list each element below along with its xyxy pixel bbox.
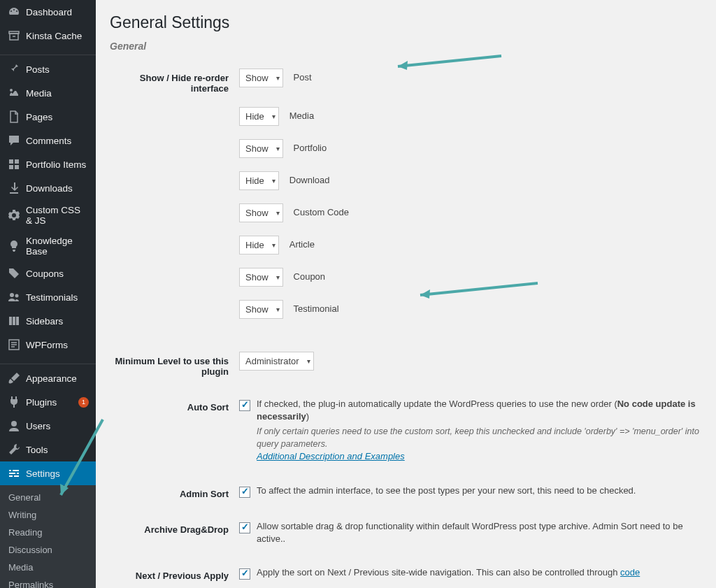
- grid-icon: [7, 157, 21, 171]
- sidebar-item-label: WPForms: [26, 340, 89, 350]
- submenu-item-label: Reading: [8, 527, 42, 538]
- sidebar-item-testimonials[interactable]: Testimonials: [0, 285, 96, 309]
- sidebar-item-label: Plugins: [26, 397, 75, 408]
- sidebar-item-coupons[interactable]: Coupons: [0, 261, 96, 285]
- comment-icon: [7, 134, 21, 148]
- svg-rect-4: [9, 165, 13, 169]
- admin-sidebar: DashboardKinsta CachePostsMediaPagesComm…: [0, 0, 96, 588]
- tag-icon: [7, 266, 21, 280]
- auto-sort-row: Auto SortIf checked, the plug-in automat…: [110, 398, 702, 464]
- sidebar-item-tools[interactable]: Tools: [0, 438, 96, 461]
- submenu-item-label: General: [8, 492, 41, 503]
- field-label: [110, 300, 239, 319]
- post-type-label: Custom Code: [294, 203, 349, 217]
- checkbox[interactable]: [239, 522, 250, 533]
- select-dropdown[interactable]: Show: [239, 139, 283, 158]
- sidebar-item-users[interactable]: Users: [0, 414, 96, 438]
- post-type-label: Media: [289, 107, 314, 121]
- field-label: [110, 203, 239, 222]
- select-dropdown[interactable]: Administrator: [239, 352, 314, 371]
- field-label: Archive Drag&Drop: [110, 520, 239, 545]
- sidebar-item-label: Tools: [26, 445, 89, 455]
- field-control: Apply the sort on Next / Previous site-w…: [239, 566, 702, 581]
- brush-icon: [7, 371, 21, 385]
- update-count-badge: 1: [78, 397, 89, 408]
- checkbox[interactable]: [239, 487, 250, 498]
- show-hide-row: ShowCoupon: [110, 268, 702, 287]
- pin-icon: [7, 62, 21, 76]
- columns-icon: [7, 314, 21, 328]
- post-type-label: Article: [289, 236, 315, 250]
- sidebar-item-label: Pages: [26, 112, 89, 122]
- field-control: ShowPost: [239, 69, 702, 94]
- field-label: [110, 107, 239, 126]
- svg-rect-3: [15, 159, 19, 164]
- submenu-item-media[interactable]: Media: [0, 559, 96, 576]
- sidebar-item-wpforms[interactable]: WPForms: [0, 333, 96, 357]
- select-value: Hide: [245, 111, 264, 122]
- select-value: Administrator: [245, 356, 299, 366]
- field-label: [110, 171, 239, 190]
- sidebar-item-comments[interactable]: Comments: [0, 129, 96, 152]
- field-control: Allow sortable drag & drop functionality…: [239, 520, 702, 545]
- archive-icon: [7, 29, 21, 43]
- sidebar-item-downloads[interactable]: Downloads: [0, 176, 96, 200]
- min-level-row: Minimum Level to use this pluginAdminist…: [110, 352, 702, 377]
- sidebar-item-dashboard[interactable]: Dashboard: [0, 0, 96, 24]
- svg-rect-5: [15, 165, 19, 169]
- sidebar-item-label: Testimonials: [26, 292, 89, 303]
- sidebar-item-media[interactable]: Media: [0, 81, 96, 105]
- sidebar-item-knowledge-base[interactable]: Knowledge Base: [0, 231, 96, 261]
- select-dropdown[interactable]: Show: [239, 69, 283, 87]
- field-control: HideArticle: [239, 236, 702, 254]
- gear-icon: [7, 208, 21, 222]
- field-label: [110, 236, 239, 254]
- checkbox-description: To affect the admin interface, to see th…: [257, 485, 702, 497]
- archive-drag-row: Archive Drag&DropAllow sortable drag & d…: [110, 520, 702, 545]
- select-value: Show: [245, 73, 268, 83]
- select-dropdown[interactable]: Hide: [239, 107, 279, 126]
- submenu-item-permalinks[interactable]: Permalinks: [0, 576, 96, 588]
- form-icon: [7, 338, 21, 352]
- select-dropdown[interactable]: Show: [239, 268, 283, 287]
- select-dropdown[interactable]: Show: [239, 300, 283, 319]
- admin-sort-row: Admin SortTo affect the admin interface,…: [110, 485, 702, 499]
- submenu-item-reading[interactable]: Reading: [0, 524, 96, 541]
- svg-rect-8: [9, 317, 12, 325]
- post-type-label: Testimonial: [294, 300, 339, 314]
- field-control: HideMedia: [239, 107, 702, 126]
- field-control: If checked, the plug-in automatically up…: [239, 398, 702, 464]
- sidebar-item-settings[interactable]: Settings: [0, 461, 96, 485]
- sidebar-item-sidebars[interactable]: Sidebars: [0, 309, 96, 333]
- checkbox[interactable]: [239, 568, 250, 580]
- submenu-item-general[interactable]: General: [0, 489, 96, 506]
- sidebar-item-posts[interactable]: Posts: [0, 55, 96, 81]
- sidebar-item-label: Custom CSS & JS: [26, 205, 89, 226]
- sidebar-item-custom-css-js[interactable]: Custom CSS & JS: [0, 200, 96, 231]
- sidebar-item-portfolio-items[interactable]: Portfolio Items: [0, 152, 96, 176]
- field-control: ShowPortfolio: [239, 139, 702, 158]
- select-dropdown[interactable]: Hide: [239, 236, 279, 254]
- submenu-item-label: Writing: [8, 510, 36, 520]
- next-prev-code-link[interactable]: code: [620, 567, 640, 578]
- field-control: ShowCoupon: [239, 268, 702, 287]
- auto-sort-docs-link[interactable]: Additional Description and Examples: [257, 451, 405, 461]
- select-dropdown[interactable]: Hide: [239, 171, 279, 190]
- checkbox[interactable]: [239, 400, 250, 411]
- select-value: Hide: [245, 175, 264, 186]
- plug-icon: [7, 395, 21, 409]
- main-content: General Settings General Show / Hide re-…: [96, 0, 716, 588]
- sidebar-item-appearance[interactable]: Appearance: [0, 364, 96, 390]
- sidebar-item-label: Dashboard: [26, 7, 89, 17]
- show-hide-row: HideDownload: [110, 171, 702, 190]
- next-prev-row: Next / Previous ApplyApply the sort on N…: [110, 566, 702, 581]
- submenu-item-writing[interactable]: Writing: [0, 506, 96, 524]
- page-icon: [7, 110, 21, 124]
- sidebar-item-pages[interactable]: Pages: [0, 105, 96, 129]
- sidebar-item-plugins[interactable]: Plugins1: [0, 390, 96, 414]
- submenu-item-discussion[interactable]: Discussion: [0, 541, 96, 559]
- sidebar-item-label: Comments: [26, 136, 89, 146]
- select-value: Show: [245, 272, 268, 282]
- sidebar-item-kinsta-cache[interactable]: Kinsta Cache: [0, 24, 96, 48]
- select-dropdown[interactable]: Show: [239, 203, 283, 222]
